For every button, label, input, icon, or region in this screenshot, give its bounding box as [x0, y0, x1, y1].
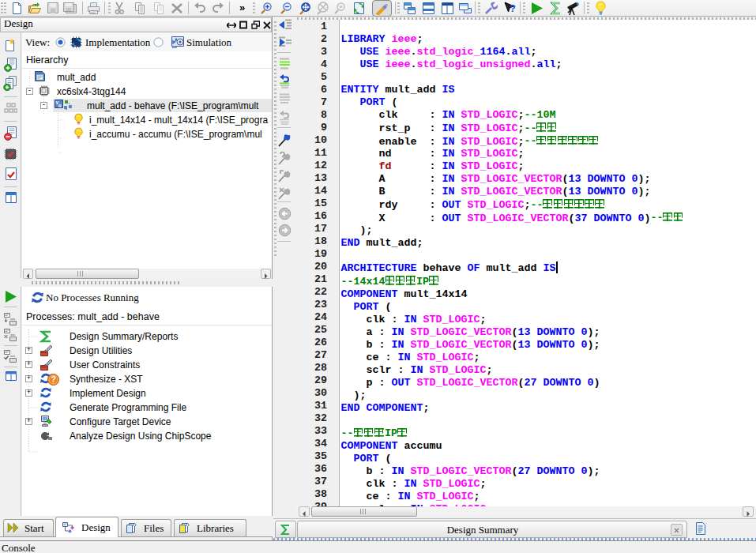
svg-text:H: H: [58, 103, 62, 109]
svg-text:?: ?: [51, 374, 55, 384]
svg-text:iSim: iSim: [172, 46, 178, 49]
svg-text:?: ?: [510, 2, 516, 14]
